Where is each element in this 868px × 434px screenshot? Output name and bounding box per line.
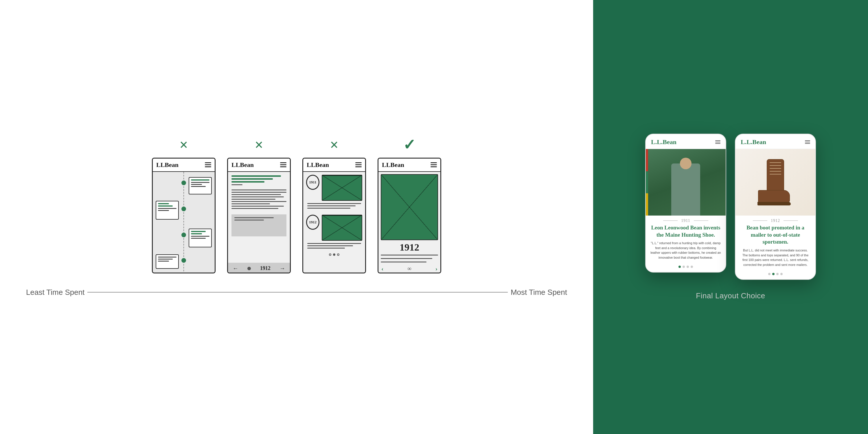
- left-panel: × LLBean: [0, 0, 593, 434]
- mockup-brand-1: L.L.Bean: [651, 138, 677, 146]
- timeline-node-3: [181, 232, 186, 237]
- mockup-brand-2: L.L.Bean: [741, 138, 766, 146]
- wireframe-phone-2: LLBean: [227, 158, 291, 273]
- final-layout-label: Final Layout Choice: [696, 291, 765, 300]
- wireframe-item-2: × LLBean: [227, 137, 291, 273]
- image-placeholder-1: [322, 175, 362, 201]
- wireframe-item-4: ✓ LLBean 1912: [378, 137, 441, 273]
- mockup-phones-row: L.L.Bean 1911 Leon Leonw: [645, 134, 816, 280]
- boot-sole: [757, 202, 791, 206]
- progress-dot-4: [691, 266, 693, 268]
- phone-3-body: 1911 1912: [303, 172, 365, 273]
- year-text-1: 1911: [681, 218, 690, 223]
- check-mark-3: ×: [330, 137, 339, 153]
- progress-dot-3: [687, 266, 689, 268]
- boot-foot: [758, 190, 790, 203]
- check-mark-1: ×: [179, 137, 188, 153]
- mockup-hamburger-1: [715, 140, 720, 144]
- wireframe-phone-4: LLBean 1912 ‹: [378, 158, 441, 273]
- badge-row-1: 1911: [306, 175, 362, 201]
- boot-shape: [755, 159, 796, 206]
- wireframe-phone-3: LLBean 1911: [302, 158, 366, 273]
- mockup-phone-2: L.L.Bean: [735, 134, 816, 280]
- phone-header-3: LLBean: [303, 159, 365, 172]
- axis-label-left: Least Time Spent: [23, 288, 87, 297]
- image-placeholder-2: [322, 215, 362, 241]
- year-text-2: 1912: [771, 218, 780, 223]
- timeline-node-4: [181, 258, 186, 263]
- boot-leg: [767, 159, 784, 191]
- hamburger-icon-4: [431, 162, 437, 167]
- year-line-left-2: [753, 220, 767, 221]
- text-block-1: [231, 175, 286, 187]
- mockup-header-1: L.L.Bean: [646, 134, 726, 149]
- timeline-node-1: [181, 181, 186, 185]
- phone-4-body: 1912 ‹ ∞ ›: [378, 172, 440, 273]
- progress-dot-active-1: [679, 266, 681, 268]
- year-divider-2: 1912: [736, 216, 815, 224]
- check-mark-4: ✓: [403, 137, 416, 153]
- mockup-body-1: "L.L." returned from a hunting trip with…: [646, 241, 726, 263]
- wireframe-phone-1: LLBean: [152, 158, 216, 273]
- hamburger-icon-3: [355, 162, 362, 167]
- progress-dot-2: [683, 266, 685, 268]
- infinity-symbol: ∞: [407, 265, 411, 272]
- nav-left-arrow-4[interactable]: ‹: [381, 265, 383, 273]
- wireframe-item-1: × LLBean: [152, 137, 216, 273]
- nav-bar-bottom-2: ← 1912 →: [228, 263, 290, 273]
- axis-label-right: Most Time Spent: [508, 288, 570, 297]
- gray-section: [231, 214, 286, 237]
- nav-arrow-left[interactable]: ←: [232, 265, 239, 272]
- nav-controls-4: ‹ ∞ ›: [378, 265, 440, 273]
- progress-dot-b1: [768, 273, 771, 275]
- mockup-body-2: But L.L. did not meet with immediate suc…: [736, 248, 815, 271]
- year-large: 1912: [378, 240, 440, 255]
- nav-right-arrow-4[interactable]: ›: [435, 265, 437, 273]
- year-line-left-1: [663, 220, 678, 221]
- timeline-card-2: [156, 201, 179, 220]
- mockup-hamburger-2: [805, 140, 810, 144]
- year-line-right-1: [694, 220, 708, 221]
- timeline-card-3: [189, 228, 212, 247]
- hamburger-icon-1: [205, 162, 211, 167]
- phone-2-body: ← 1912 →: [228, 172, 290, 273]
- person-head: [680, 158, 691, 169]
- mockup-image-boot: [736, 149, 815, 216]
- mockup-title-1: Leon Leonwood Bean invents the Maine Hun…: [646, 224, 726, 241]
- wireframes-container: × LLBean: [23, 137, 570, 273]
- mockup-header-2: L.L.Bean: [736, 134, 815, 149]
- progress-dot-b2-active: [772, 273, 775, 275]
- timeline-node-2: [181, 207, 186, 211]
- nav-arrow-right[interactable]: →: [279, 265, 285, 272]
- scroll-dot-1: [329, 253, 331, 256]
- text-lines-1: [306, 203, 362, 210]
- brand-label-4: LLBean: [382, 161, 404, 169]
- year-line-right-2: [783, 220, 798, 221]
- timeline-card-1: [189, 177, 212, 194]
- timeline-card-4: [156, 254, 179, 269]
- scroll-dot-3: [337, 253, 339, 256]
- text-block-2: [231, 189, 286, 210]
- full-image-box: [381, 174, 438, 240]
- brand-label-3: LLBean: [307, 161, 329, 169]
- badge-row-2: 1912: [306, 215, 362, 241]
- brand-label-1: LLBean: [156, 161, 179, 169]
- mockup-image-person: [646, 149, 726, 216]
- scroll-dot-2: [333, 253, 335, 256]
- axis-container: Least Time Spent Most Time Spent: [23, 288, 570, 297]
- phone-1-body: [153, 172, 215, 273]
- phone-header-4: LLBean: [378, 159, 440, 172]
- mockup-progress-2: [736, 271, 815, 279]
- axis-line: [40, 292, 553, 292]
- year-badge-1911: 1911: [306, 175, 319, 190]
- year-divider-1: 1911: [646, 216, 726, 224]
- mockup-title-2: Bean boot promoted in a mailer to out-of…: [736, 224, 815, 248]
- check-mark-2: ×: [255, 137, 263, 153]
- nav-dot: [247, 267, 251, 270]
- boot-laces: [770, 162, 781, 175]
- wireframe-item-3: × LLBean 1911: [302, 137, 366, 273]
- right-panel: L.L.Bean 1911 Leon Leonw: [593, 0, 868, 434]
- scroll-dots-3: [306, 252, 362, 257]
- mockup-phone-1: L.L.Bean 1911 Leon Leonw: [645, 134, 726, 273]
- progress-dot-b4: [780, 273, 783, 275]
